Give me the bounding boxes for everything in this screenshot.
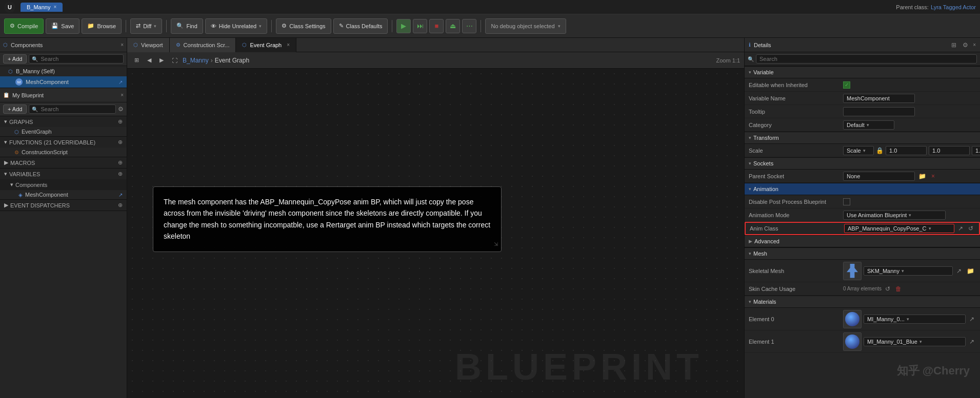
disable-post-process-row: Disable Post Process Blueprint: [745, 195, 980, 208]
mesh-component-var-item[interactable]: ◈ MeshComponent ↗: [0, 190, 127, 199]
element-1-dropdown[interactable]: MI_Manny_01_Blue ▾: [864, 337, 966, 346]
class-defaults-button[interactable]: ✎ Class Defaults: [333, 18, 388, 34]
event-graph-tab-close[interactable]: ×: [287, 42, 290, 48]
details-search-input[interactable]: [756, 54, 977, 64]
event-dispatchers-header[interactable]: ▶ EVENT DISPATCHERS ⊕: [0, 200, 127, 211]
parent-socket-browse-btn[interactable]: 📁: [917, 172, 928, 180]
disable-post-process-label: Disable Post Process Blueprint: [749, 199, 841, 205]
play-next-button[interactable]: ⏭: [413, 19, 427, 33]
details-grid-btn[interactable]: ⊞: [950, 41, 958, 49]
find-button[interactable]: 🔍 Find: [171, 18, 203, 34]
advanced-section-header[interactable]: ▶ Advanced: [745, 235, 980, 247]
event-graph-tab[interactable]: ⬡ Event Graph ×: [236, 38, 296, 52]
element-1-value: MI_Manny_01_Blue ▾ ↗: [843, 332, 976, 351]
event-dispatchers-add-btn[interactable]: ⊕: [118, 202, 123, 208]
category-dropdown[interactable]: Default ▾: [843, 120, 894, 130]
components-section: ⬡ Components × + Add 🔍 ⬡ B_Manny (Self) …: [0, 38, 127, 88]
components-close-btn[interactable]: ×: [121, 42, 124, 48]
macros-header[interactable]: ▶ MACROS ⊕: [0, 157, 127, 168]
materials-section-header[interactable]: ▾ Materials: [745, 296, 980, 308]
variables-add-btn[interactable]: ⊕: [118, 171, 123, 177]
grid-view-btn[interactable]: ⊞: [131, 55, 142, 65]
tooltip-resize-handle[interactable]: ⇲: [494, 240, 498, 248]
tree-item-mesh[interactable]: M MeshComponent ↗: [0, 76, 127, 88]
construction-script-tab[interactable]: ⚙ Construction Scr...: [170, 38, 236, 52]
variable-section-header[interactable]: ▾ Variable: [745, 66, 980, 78]
tree-item-self[interactable]: ⬡ B_Manny (Self): [0, 66, 127, 76]
components-search-input[interactable]: [29, 54, 124, 64]
element-0-dropdown-value: MI_Manny_0...: [867, 316, 905, 322]
anim-class-navigate-btn[interactable]: ↗: [956, 224, 965, 233]
scale-z-input[interactable]: [972, 146, 980, 155]
scale-lock-icon[interactable]: 🔒: [876, 147, 884, 154]
my-blueprint-search-input[interactable]: [29, 104, 116, 114]
parent-class-link[interactable]: Lyra Tagged Actor: [931, 4, 976, 10]
element-1-row: Element 1 MI_Manny_01_Blue ▾ ↗: [745, 330, 980, 353]
element-0-dropdown[interactable]: MI_Manny_0... ▾: [864, 315, 966, 324]
graph-canvas[interactable]: The mesh component has the ABP_Mannequin…: [127, 69, 744, 398]
functions-header[interactable]: ▾ FUNCTIONS (21 OVERRIDABLE) ⊕: [0, 137, 127, 148]
save-button[interactable]: 💾 Save: [46, 18, 79, 34]
forward-btn[interactable]: ▶: [156, 55, 167, 65]
scale-x-input[interactable]: [886, 146, 927, 155]
transform-section-header[interactable]: ▾ Transform: [745, 132, 980, 144]
eject-button[interactable]: ⏏: [446, 19, 460, 33]
my-blueprint-add-button[interactable]: + Add: [3, 104, 27, 114]
browse-button[interactable]: 📁 Browse: [82, 18, 122, 34]
scale-type-dropdown[interactable]: Scale ▾: [843, 146, 874, 155]
expand-btn[interactable]: ⛶: [169, 56, 181, 65]
my-blueprint-close-btn[interactable]: ×: [121, 92, 124, 98]
compile-button[interactable]: ⚙ Compile: [4, 18, 44, 34]
back-btn[interactable]: ◀: [144, 55, 154, 65]
animation-mode-dropdown[interactable]: Use Animation Blueprint ▾: [843, 211, 946, 220]
hide-unrelated-button[interactable]: 👁 Hide Unrelated ▾: [205, 18, 267, 34]
construction-script-item[interactable]: ⚙ ConstructionScript: [0, 148, 127, 157]
components-add-button[interactable]: + Add: [3, 54, 27, 64]
more-play-button[interactable]: ⋯: [462, 19, 476, 33]
materials-section-label: Materials: [753, 299, 776, 305]
skin-cache-delete-btn[interactable]: 🗑: [894, 285, 903, 293]
stop-button[interactable]: ■: [429, 19, 444, 33]
animation-mode-label: Animation Mode: [749, 212, 841, 218]
details-settings-btn[interactable]: ⚙: [961, 41, 970, 49]
macros-add-btn[interactable]: ⊕: [118, 159, 123, 166]
event-graph-item[interactable]: ⬡ EventGraph: [0, 127, 127, 136]
my-blueprint-gear-btn[interactable]: ⚙: [118, 106, 124, 113]
parent-socket-input[interactable]: [843, 172, 915, 181]
mesh-section-header[interactable]: ▾ Mesh: [745, 247, 980, 260]
element-1-label: Element 1: [749, 339, 841, 345]
viewport-tab[interactable]: ⬡ Viewport: [127, 38, 170, 52]
skeletal-mesh-save-btn[interactable]: 📁: [965, 267, 976, 275]
variables-header[interactable]: ▾ VARIABLES ⊕: [0, 169, 127, 179]
sockets-section-header[interactable]: ▾ Sockets: [745, 157, 980, 170]
main-tab[interactable]: B_Manny ×: [21, 3, 63, 12]
graphs-add-btn[interactable]: ⊕: [118, 118, 123, 125]
debug-object-dropdown[interactable]: No debug object selected ▾: [485, 18, 566, 34]
skeletal-mesh-dropdown[interactable]: SKM_Manny ▾: [864, 266, 953, 276]
parent-socket-clear-btn[interactable]: ×: [930, 172, 936, 180]
class-settings-button[interactable]: ⚙ Class Settings: [276, 18, 331, 34]
tooltip-box[interactable]: The mesh component has the ABP_Mannequin…: [153, 186, 502, 252]
graphs-header[interactable]: ▾ GRAPHS ⊕: [0, 116, 127, 127]
tooltip-input[interactable]: [843, 107, 915, 116]
my-blueprint-search-icon: 🔍: [32, 107, 38, 112]
tab-close-btn[interactable]: ×: [53, 4, 56, 10]
title-bar: U B_Manny × Parent class: Lyra Tagged Ac…: [0, 0, 980, 14]
breadcrumb-root[interactable]: B_Manny: [183, 57, 209, 64]
details-close-btn[interactable]: ×: [973, 42, 976, 48]
element-0-navigate-btn[interactable]: ↗: [968, 315, 976, 323]
play-button[interactable]: ▶: [396, 19, 411, 33]
components-var-header[interactable]: ▾ Components: [0, 179, 127, 190]
variable-name-input[interactable]: [843, 94, 915, 103]
editable-inherited-checkbox[interactable]: ✓: [843, 81, 850, 89]
skeletal-mesh-navigate-btn[interactable]: ↗: [955, 267, 963, 275]
anim-class-dropdown[interactable]: ABP_Mannequin_CopyPose_C ▾: [844, 224, 954, 233]
disable-post-process-checkbox[interactable]: [843, 198, 850, 205]
diff-button[interactable]: ⇄ Diff ▾: [130, 18, 162, 34]
anim-class-refresh-btn[interactable]: ↺: [967, 224, 975, 233]
scale-y-input[interactable]: [929, 146, 970, 155]
functions-add-btn[interactable]: ⊕: [118, 139, 123, 145]
animation-section-header[interactable]: ▾ Animation: [745, 183, 980, 195]
skin-cache-refresh-btn[interactable]: ↺: [884, 285, 892, 293]
element-1-navigate-btn[interactable]: ↗: [968, 338, 976, 346]
